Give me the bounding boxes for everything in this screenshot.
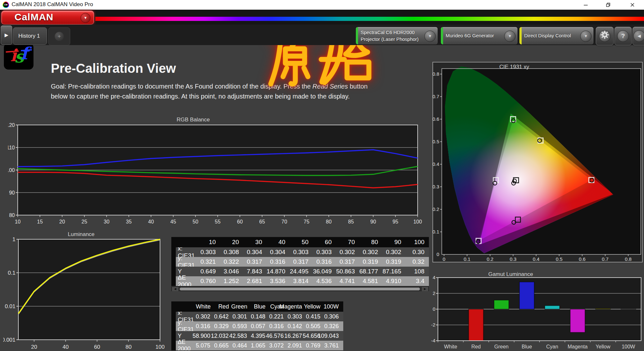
x-tick-label: 100: [156, 344, 165, 350]
y-tick-label: 110: [8, 145, 15, 150]
row-label-cell: ΔE 2000: [176, 276, 197, 286]
generator-status-indicator: [441, 27, 443, 44]
tab-expander-button[interactable]: ▶: [1, 25, 12, 45]
x-tick-label: 80: [326, 219, 332, 224]
header-cell: 70: [336, 237, 359, 247]
row-edge-cell: [171, 247, 176, 257]
row-edge-cell: [171, 276, 176, 286]
minimize-icon: [583, 3, 588, 7]
tab-strip: ▶ History 1 + SpectraCal C6 HDR2000 Proj…: [0, 24, 644, 45]
plus-icon: +: [55, 32, 64, 41]
table-cell: 0.326: [325, 321, 343, 331]
table-cell: 0.306: [325, 312, 343, 321]
x-category-label: Green: [494, 344, 508, 349]
scroll-left-button[interactable]: ◀: [172, 287, 178, 291]
x-tick-label: 0.7: [602, 256, 609, 262]
header-cell: 60: [313, 237, 336, 247]
grayscale-table-scrollbar[interactable]: ◀ ▶: [171, 286, 429, 291]
table-row: ΔE 20005.0750.6650.4641.0653.0722.0910.7…: [171, 341, 343, 350]
table-cell: 0.505: [307, 321, 325, 331]
table-cell: 0.760: [197, 276, 220, 286]
y-tick-label: 0.8: [432, 71, 439, 77]
bar-cyan: [545, 306, 560, 309]
y-tick-label: 0.6: [432, 116, 439, 122]
y-tick-label: 1: [13, 236, 15, 242]
x-tick-label: 0.5: [556, 256, 563, 262]
x-tick-label: 25: [81, 219, 87, 224]
table-cell: 0.302: [359, 247, 383, 257]
table-row: Y58.90012.03242.5834.39546.57616.26754.6…: [171, 331, 343, 341]
y-tick-label: 0.001: [3, 337, 15, 343]
generator-dropdown[interactable]: Murideo 6G Generator ▼: [440, 27, 518, 45]
table-cell: 109.043: [325, 331, 343, 341]
restore-button[interactable]: [599, 0, 618, 10]
table-cell: 0.304: [243, 247, 267, 257]
row-edge-cell: [171, 257, 176, 267]
spectrum-gradient-bar: [95, 17, 644, 21]
header-cell: Blue: [252, 301, 270, 312]
scroll-right-button[interactable]: ▶: [422, 287, 428, 291]
header-cell: White: [197, 301, 215, 312]
x-category-label: Blue: [522, 344, 532, 349]
y-tick-label: -4: [431, 338, 435, 343]
add-tab-button[interactable]: +: [48, 27, 70, 45]
table-cell: 1.252: [220, 276, 243, 286]
header-cell: 100W: [325, 301, 343, 312]
luminance-title: Luminance: [33, 231, 129, 238]
row-edge-cell: [171, 267, 176, 276]
y-tick-label: 0.3: [432, 184, 439, 189]
header-cell: 30: [243, 237, 267, 247]
close-button[interactable]: [623, 0, 642, 10]
minimize-button[interactable]: [576, 0, 595, 10]
settings-button[interactable]: [596, 27, 614, 45]
x-tick-label: 0.1: [464, 256, 470, 262]
x-tick-label: 65: [259, 219, 265, 224]
restore-icon: [606, 3, 611, 7]
x-tick-label: 0.8: [625, 256, 632, 262]
x-tick-label: 70: [281, 219, 287, 224]
table-cell: 0.304: [267, 247, 290, 257]
tab-history-1[interactable]: History 1: [13, 27, 47, 45]
rgb-balance-chart: 1201101009080101520253035404550556065707…: [8, 116, 425, 224]
x-category-label: 100W: [622, 344, 636, 349]
bar-red: [469, 309, 483, 341]
table-cell: 0.316: [270, 321, 288, 331]
table-cell: 0.316: [196, 321, 215, 331]
gear-icon: [599, 30, 611, 42]
header-cell: 20: [220, 237, 243, 247]
table-row: y: CIE310.3210.3220.3170.3160.3170.3160.…: [171, 257, 429, 267]
play-arrow-icon: ▶: [5, 32, 8, 38]
table-cell: 68.177: [359, 267, 383, 276]
y-tick-label: 0.7: [432, 94, 439, 99]
table-cell: 0.317: [336, 257, 359, 267]
header-cell: 40: [267, 237, 290, 247]
row-edge-cell: [171, 341, 176, 350]
window-title: CalMAN 2018 CalMAN Video Pro: [12, 1, 93, 8]
table-cell: 0.317: [290, 257, 313, 267]
x-tick-label: 0.4: [533, 256, 540, 262]
meter-status-indicator: [356, 27, 358, 44]
meter-label-line2: Projector (Laser Phosphor): [361, 36, 419, 42]
calman-menu-button[interactable]: CalMAN ▼: [1, 11, 94, 24]
x-tick-label: 90: [370, 219, 376, 224]
grayscale-table: 102030405060708090100x: CIE310.3030.3080…: [171, 237, 429, 286]
table-cell: 4.536: [313, 276, 336, 286]
table-cell: 0.302: [383, 247, 406, 257]
table-cell: 0.221: [270, 312, 288, 321]
collapse-panel-button[interactable]: ◀: [632, 27, 644, 45]
table-cell: 0.769: [307, 341, 325, 350]
table-row: x: CIE310.3020.6420.3010.1480.2210.3030.…: [171, 312, 343, 321]
y-tick-label: 0.4: [432, 161, 439, 167]
calman-brand-label: CalMAN: [14, 12, 53, 23]
table-cell: 3.814: [290, 276, 313, 286]
y-tick-label: 0.1: [8, 270, 15, 276]
table-header-row: 102030405060708090100: [171, 237, 429, 247]
help-button[interactable]: ?: [614, 27, 632, 45]
header-cell: Yellow: [307, 301, 325, 312]
table-cell: 0.322: [220, 257, 243, 267]
display-control-dropdown[interactable]: Direct Display Control ▼: [519, 27, 594, 45]
meter-dropdown[interactable]: SpectraCal C6 HDR2000 Projector (Laser P…: [355, 27, 438, 45]
table-cell: 0.148: [251, 312, 270, 321]
x-tick-label: 60: [237, 219, 243, 224]
scrollbar-thumb[interactable]: [179, 287, 420, 291]
